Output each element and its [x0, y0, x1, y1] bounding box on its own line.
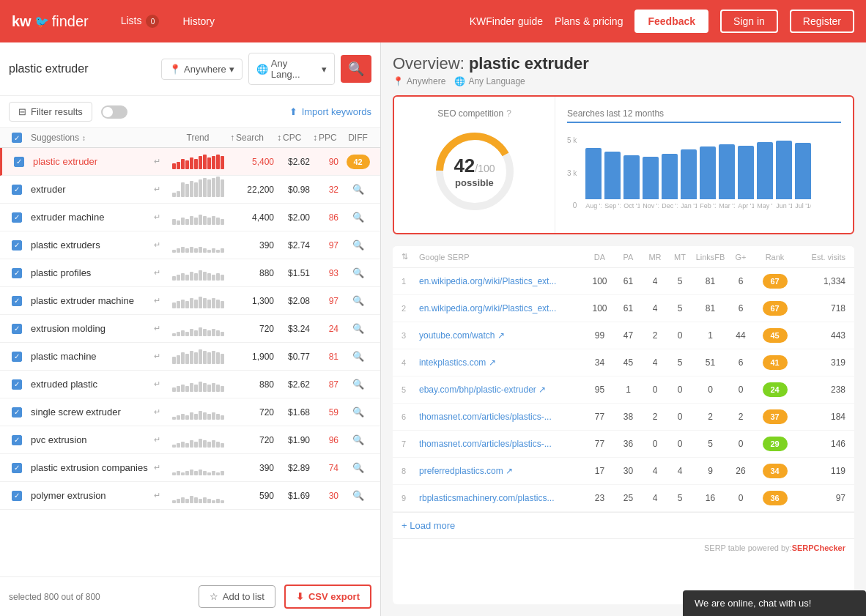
logo-kw: kw [12, 13, 32, 30]
keyword-text[interactable]: plastic profiles [31, 267, 151, 278]
row-check[interactable]: ✓ [12, 296, 22, 306]
row-checkbox[interactable]: ✓ [8, 157, 30, 167]
row-check[interactable]: ✓ [12, 491, 22, 501]
location-select[interactable]: 📍 Anywhere ▾ [161, 59, 243, 80]
csv-export-button[interactable]: ⬇ CSV export [284, 585, 371, 609]
feedback-button[interactable]: Feedback [634, 10, 708, 33]
row-checkbox[interactable]: ✓ [6, 435, 28, 445]
row-checkbox[interactable]: ✓ [6, 212, 28, 223]
search-icon[interactable]: 🔍 [352, 267, 364, 278]
trend-bar [177, 415, 180, 420]
row-checkbox[interactable]: ✓ [6, 379, 28, 390]
trend-bar [221, 386, 224, 392]
row-check[interactable]: ✓ [12, 212, 22, 223]
row-checkbox[interactable]: ✓ [6, 407, 28, 418]
add-to-list-button[interactable]: ☆ Add to list [199, 585, 275, 608]
import-button[interactable]: ⬆ Import keywords [289, 106, 371, 117]
keyword-text[interactable]: plastic extruder [33, 156, 151, 167]
row-check[interactable]: ✓ [12, 324, 22, 334]
row-checkbox[interactable]: ✓ [6, 352, 28, 362]
serp-url[interactable]: en.wikipedia.org/wiki/Plastics_ext... [419, 276, 584, 286]
serp-url[interactable]: youtube.com/watch ↗ [419, 330, 584, 341]
search-icon[interactable]: 🔍 [352, 462, 364, 473]
search-icon[interactable]: 🔍 [352, 351, 364, 362]
row-checkbox[interactable]: ✓ [6, 324, 28, 334]
serp-url[interactable]: thomasnet.com/articles/plastics-... [419, 412, 584, 422]
row-check[interactable]: ✓ [12, 268, 22, 278]
row-checkbox[interactable]: ✓ [6, 268, 28, 278]
bar [643, 157, 659, 199]
row-check[interactable]: ✓ [12, 240, 22, 251]
search-icon[interactable]: 🔍 [352, 434, 364, 445]
row-checkbox[interactable]: ✓ [6, 296, 28, 306]
history-nav[interactable]: History [177, 12, 221, 30]
language-select[interactable]: 🌐 Any Lang... ▾ [248, 53, 335, 85]
select-all-checkbox[interactable]: ✓ [12, 133, 22, 143]
search-header[interactable]: ↑ Search [230, 133, 274, 143]
serp-url[interactable]: preferredplastics.com ↗ [419, 466, 584, 476]
ppc-header[interactable]: ↕ PPC [313, 133, 338, 143]
register-button[interactable]: Register [790, 10, 854, 33]
keyword-text[interactable]: plastic extruders [31, 240, 151, 251]
suggestions-header[interactable]: Suggestions ↕ [31, 133, 166, 143]
keyword-text[interactable]: extruded plastic [31, 379, 151, 390]
row-check[interactable]: ✓ [12, 407, 22, 418]
row-checkbox[interactable]: ✓ [6, 240, 28, 251]
keyword-text[interactable]: plastic extrusion companies [31, 462, 151, 473]
cpc-header[interactable]: ↕ CPC [277, 133, 310, 143]
sign-in-button[interactable]: Sign in [720, 10, 778, 33]
keyword-text[interactable]: plastic extruder machine [31, 295, 151, 306]
trend-bar [190, 470, 193, 475]
keyword-text[interactable]: pvc extrusion [31, 434, 151, 445]
row-check[interactable]: ✓ [12, 352, 22, 362]
filter-button[interactable]: ⊟ Filter results [9, 102, 92, 122]
header-checkbox[interactable]: ✓ [6, 133, 28, 143]
search-icon[interactable]: 🔍 [352, 240, 364, 251]
search-icon[interactable]: 🔍 [352, 295, 364, 306]
chat-widget[interactable]: We are online, chat with us! [683, 590, 866, 616]
search-icon[interactable]: 🔍 [352, 212, 364, 223]
search-icon[interactable]: 🔍 [352, 379, 364, 390]
table-row: ✓ pvc extrusion ↵ 720 $1.90 96 🔍 [0, 426, 380, 454]
search-icon[interactable]: 🔍 [352, 184, 364, 195]
filter-bar: ⊟ Filter results ⬆ Import keywords [0, 96, 380, 128]
keyword-text[interactable]: polymer extrusion [31, 490, 151, 501]
serp-url[interactable]: thomasnet.com/articles/plastics-... [419, 439, 584, 449]
row-checkbox[interactable]: ✓ [6, 491, 28, 501]
bar-x-label: Jun '16 [776, 202, 792, 209]
bar [776, 141, 792, 199]
help-icon[interactable]: ? [506, 108, 511, 119]
row-check[interactable]: ✓ [12, 185, 22, 195]
filter-toggle[interactable] [101, 105, 127, 119]
search-icon[interactable]: 🔍 [352, 490, 364, 501]
search-input[interactable] [9, 62, 155, 75]
row-checkbox[interactable]: ✓ [6, 185, 28, 195]
search-button[interactable]: 🔍 [341, 55, 371, 83]
serp-url[interactable]: en.wikipedia.org/wiki/Plastics_ext... [419, 303, 584, 313]
keyword-text[interactable]: extrusion molding [31, 323, 151, 334]
serp-url[interactable]: intekplastics.com ↗ [419, 357, 584, 368]
load-more-button[interactable]: + Load more [401, 520, 455, 531]
serp-url[interactable]: rbplasticsmachinery.com/plastics... [419, 493, 584, 503]
row-checkbox[interactable]: ✓ [6, 463, 28, 473]
serp-row: 4 intekplastics.com ↗ 34 45 4 5 51 6 41 … [393, 349, 854, 376]
keyword-text[interactable]: plastic machine [31, 351, 151, 362]
guide-nav[interactable]: KWFinder guide [470, 15, 543, 27]
keyword-text[interactable]: extruder machine [31, 212, 151, 223]
overview-location: 📍 Anywhere [393, 76, 445, 86]
keyword-text[interactable]: extruder [31, 184, 151, 195]
serp-url[interactable]: ebay.com/bhp/plastic-extruder ↗ [419, 385, 584, 395]
keyword-text[interactable]: single screw extruder [31, 407, 151, 418]
bar-chart-area: Aug '15Sep '15Oct '15Nov '15Dec '15Jan '… [585, 137, 841, 209]
search-icon[interactable]: 🔍 [352, 323, 364, 334]
lists-nav[interactable]: Lists 0 [115, 12, 166, 31]
serp-checker-link[interactable]: SERPChecker [792, 543, 845, 552]
plans-nav[interactable]: Plans & pricing [555, 15, 623, 27]
search-icon[interactable]: 🔍 [352, 407, 364, 418]
row-check[interactable]: ✓ [12, 463, 22, 473]
trend-bar [221, 248, 224, 253]
trend-bar [203, 412, 207, 420]
row-check[interactable]: ✓ [14, 157, 24, 167]
row-check[interactable]: ✓ [12, 435, 22, 445]
row-check[interactable]: ✓ [12, 379, 22, 390]
